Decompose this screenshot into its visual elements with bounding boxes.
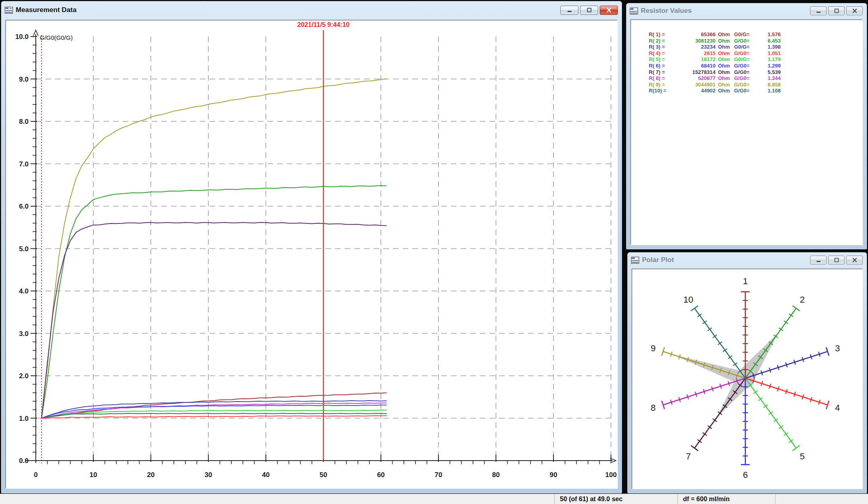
radar-axis-7: 7 <box>686 378 745 461</box>
svg-text:80: 80 <box>492 471 500 479</box>
maximize-button[interactable] <box>828 6 845 15</box>
axes <box>25 30 616 464</box>
radar-axis-label: 7 <box>686 451 691 461</box>
app-icon <box>631 257 639 264</box>
app-icon <box>630 8 638 14</box>
maximize-button[interactable] <box>828 256 845 264</box>
minimize-button[interactable] <box>560 6 578 15</box>
close-button[interactable] <box>600 6 618 15</box>
minimize-icon <box>567 8 572 12</box>
svg-text:90: 90 <box>550 471 557 479</box>
resistor-values-window: Resistor Values R( 1) =65366OhmG0/G=1.57… <box>626 3 867 250</box>
svg-text:2.0: 2.0 <box>19 372 29 380</box>
svg-text:4.0: 4.0 <box>19 287 29 295</box>
measurement-chart-area: 01020304050607080901000.01.02.03.04.05.0… <box>5 20 618 489</box>
svg-text:50: 50 <box>320 471 327 479</box>
svg-text:40: 40 <box>262 471 270 479</box>
svg-text:0: 0 <box>34 471 37 479</box>
polar-radar-chart: 12345678910 <box>632 269 862 488</box>
svg-text:7.0: 7.0 <box>19 160 29 168</box>
resistor-row: R( 4) =2615OhmG/G0=1.051 <box>649 50 862 57</box>
measurement-window-titlebar[interactable]: Measurement Data <box>1 1 622 19</box>
window-title: Measurement Data <box>16 6 76 14</box>
maximize-icon <box>834 258 839 262</box>
measurement-data-window: Measurement Data 01020304050607080901000… <box>1 1 622 494</box>
polar-plot-window: Polar Plot 12345678910 <box>627 252 867 494</box>
radar-axis-label: 5 <box>800 451 805 461</box>
minimize-button[interactable] <box>810 6 827 15</box>
resistor-row: R(10) =44902OhmG/G0=1.108 <box>649 88 862 94</box>
svg-text:20: 20 <box>147 471 155 479</box>
resistor-row: R( 3) =23234OhmG0/G=1.398 <box>649 44 862 50</box>
radar-axis-4: 4 <box>745 378 840 413</box>
resistor-row: R( 8) =520877OhmG/G0=1.344 <box>649 75 862 82</box>
close-icon <box>852 258 858 262</box>
y-axis-label: G/G0(G0/G) <box>40 34 73 41</box>
radar-axis-6: 6 <box>741 378 750 480</box>
svg-text:3.0: 3.0 <box>19 330 29 338</box>
svg-text:30: 30 <box>205 471 212 479</box>
resistor-window-titlebar[interactable]: Resistor Values <box>626 3 867 18</box>
resistor-row: R( 2) =3081230OhmG/G0=6.453 <box>649 38 862 44</box>
minimize-icon <box>816 258 821 262</box>
radar-axis-label: 8 <box>651 403 656 413</box>
svg-text:70: 70 <box>435 471 442 479</box>
svg-text:0.0: 0.0 <box>19 457 29 465</box>
radar-axis-5: 5 <box>745 378 805 461</box>
svg-text:10.0: 10.0 <box>15 33 29 41</box>
radar-axis-label: 6 <box>743 470 748 480</box>
status-flow-rate: df = 600 ml/min <box>677 494 775 504</box>
close-icon <box>606 8 612 12</box>
polar-window-titlebar[interactable]: Polar Plot <box>627 252 867 268</box>
close-icon <box>852 8 858 13</box>
resistor-row: R( 6) =68410OhmG/G0=1.299 <box>649 63 862 69</box>
polar-plot-area: 12345678910 <box>631 268 863 489</box>
close-button[interactable] <box>846 256 863 264</box>
minimize-button[interactable] <box>810 256 827 264</box>
window-title: Polar Plot <box>642 256 674 264</box>
svg-text:100: 100 <box>605 471 617 479</box>
maximize-button[interactable] <box>580 6 598 15</box>
svg-text:6.0: 6.0 <box>19 203 29 210</box>
svg-text:9.0: 9.0 <box>19 76 29 83</box>
svg-text:60: 60 <box>377 471 385 479</box>
svg-text:5.0: 5.0 <box>19 245 29 253</box>
radar-axis-label: 1 <box>743 276 748 286</box>
radar-axis-label: 9 <box>651 343 656 353</box>
resistor-values-panel: R( 1) =65366OhmG0/G=1.576R( 2) =3081230O… <box>630 19 863 245</box>
svg-text:8.0: 8.0 <box>19 118 29 125</box>
minimize-icon <box>816 8 821 13</box>
maximize-icon <box>586 8 592 12</box>
radar-axis-label: 3 <box>835 343 840 353</box>
radar-axis-label: 2 <box>800 295 805 305</box>
close-button[interactable] <box>846 6 863 15</box>
resistor-row: R( 9) =3044901OhmG/G0=8.858 <box>649 82 862 88</box>
status-bar: 50 (of 61) at 49.0 sec df = 600 ml/min <box>0 494 868 504</box>
svg-text:1.0: 1.0 <box>19 415 29 422</box>
resistor-row: R( 7) =15278314OhmG/G0=5.539 <box>649 69 862 76</box>
cursor-timestamp: 2021/11/5 9:44:10 <box>297 21 350 28</box>
resistor-row: R( 1) =65366OhmG0/G=1.576 <box>649 31 862 38</box>
window-title: Resistor Values <box>641 7 692 15</box>
resistor-values-list: R( 1) =65366OhmG0/G=1.576R( 2) =3081230O… <box>631 20 862 94</box>
radar-axis-label: 4 <box>835 403 840 413</box>
app-icon <box>5 7 13 14</box>
radar-axis-label: 10 <box>683 295 693 305</box>
status-empty-section <box>775 494 868 504</box>
mdi-desktop: { "windows": { "measurement": { "title":… <box>0 0 868 504</box>
svg-text:10: 10 <box>90 471 97 479</box>
measurement-line-chart[interactable]: 01020304050607080901000.01.02.03.04.05.0… <box>6 20 617 488</box>
status-sample-position: 50 (of 61) at 49.0 sec <box>554 494 677 504</box>
maximize-icon <box>834 8 839 13</box>
resistor-row: R( 5) =18172OhmG0/G=1.179 <box>649 56 862 63</box>
